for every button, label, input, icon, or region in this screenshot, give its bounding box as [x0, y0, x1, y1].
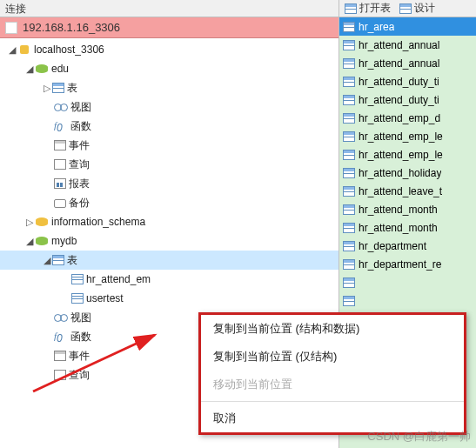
table-icon [343, 241, 355, 251]
table-list-row[interactable]: hr_department_re [339, 255, 476, 273]
table-name: hr_department_re [359, 258, 441, 271]
design-table-button[interactable]: 设计 [399, 1, 435, 16]
open-table-button[interactable]: 打开表 [345, 1, 391, 16]
table-name: hr_attend_emp_d [359, 112, 440, 124]
table-list-row[interactable] [339, 273, 476, 291]
tree-db-edu[interactable]: ◢ edu [0, 59, 339, 78]
table-name: hr_attend_annual [359, 39, 439, 51]
tables-icon [52, 255, 64, 265]
expand-icon[interactable]: ▷ [42, 83, 52, 94]
database-icon [35, 216, 49, 228]
expand-icon[interactable]: ▷ [24, 217, 35, 228]
tables-icon [52, 83, 64, 93]
connection-label: 192.168.1.16_3306 [23, 21, 120, 34]
table-icon [343, 22, 355, 32]
table-name: hr_attend_month [359, 204, 438, 216]
tree-tables[interactable]: ▷ 表 [0, 78, 339, 97]
table-list-row[interactable] [339, 291, 476, 310]
table-list-row[interactable]: hr_attend_month [339, 200, 476, 218]
tree-queries[interactable]: 查询 [0, 155, 339, 174]
table-list-row[interactable]: hr_attend_duty_ti [339, 90, 476, 109]
table-list-row[interactable]: hr_department [339, 237, 476, 255]
tree-mydb-tables[interactable]: ◢ 表 [0, 251, 339, 270]
table-list-row[interactable]: hr_attend_emp_le [339, 127, 476, 145]
collapse-icon[interactable]: ◢ [42, 255, 52, 266]
table-icon [343, 223, 355, 233]
table-icon [343, 113, 355, 124]
table-icon [345, 3, 357, 14]
server-icon [5, 22, 17, 34]
table-icon [343, 277, 355, 288]
table-list-row[interactable]: hr_attend_leave_t [339, 182, 476, 200]
table-name: hr_department [359, 240, 426, 252]
table-icon [343, 95, 355, 105]
table-name: hr_attend_duty_ti [359, 94, 439, 106]
context-menu: 复制到当前位置 (结构和数据) 复制到当前位置 (仅结构) 移动到当前位置 取消 [198, 312, 466, 435]
tree-table-item[interactable]: usertest [0, 289, 339, 308]
table-list-row[interactable]: hr_attend_annual [339, 36, 476, 54]
tree-db-infoschema[interactable]: ▷ information_schema [0, 212, 339, 231]
query-icon [54, 159, 66, 170]
table-name: hr_attend_annual [359, 57, 439, 70]
table-icon [399, 3, 412, 14]
table-list-row[interactable]: hr_attend_emp_le [339, 145, 476, 164]
tree-events[interactable]: 事件 [0, 136, 339, 155]
table-name: hr_area [359, 21, 394, 33]
tree-localhost[interactable]: ◢ localhost_3306 [0, 40, 339, 59]
table-icon [343, 150, 355, 160]
backup-icon [54, 197, 66, 208]
collapse-icon[interactable]: ◢ [24, 64, 35, 75]
server-icon [17, 43, 31, 56]
table-icon [343, 40, 355, 50]
table-name: hr_attend_emp_le [359, 130, 443, 143]
table-list-row[interactable]: hr_attend_annual [339, 54, 476, 72]
svg-line-0 [33, 335, 155, 391]
table-list-row[interactable]: hr_attend_emp_d [339, 109, 476, 127]
table-icon [343, 296, 355, 306]
views-icon [54, 313, 68, 322]
connections-tab[interactable]: 连接 [0, 0, 339, 17]
remote-connection-bar[interactable]: 192.168.1.16_3306 [0, 17, 339, 38]
table-list-row[interactable]: hr_attend_duty_ti [339, 72, 476, 90]
toolbar: 打开表 设计 [339, 0, 476, 17]
table-icon [343, 58, 355, 69]
table-list-row[interactable]: hr_area [339, 17, 476, 36]
table-name: hr_attend_emp_le [359, 149, 443, 161]
menu-copy-struct-data[interactable]: 复制到当前位置 (结构和数据) [201, 315, 464, 343]
watermark: CSDN @白鹿第一帅 [367, 429, 471, 445]
tree-functions[interactable]: f0 函数 [0, 117, 339, 136]
table-icon [343, 131, 355, 142]
views-icon [54, 103, 68, 111]
table-icon [71, 274, 84, 284]
table-icon [343, 204, 355, 215]
table-icon [71, 293, 84, 304]
table-icon [343, 259, 355, 270]
tree-views[interactable]: 视图 [0, 97, 339, 117]
function-icon: f0 [54, 120, 68, 132]
table-name: hr_attend_holiday [359, 167, 441, 179]
menu-separator [201, 401, 464, 402]
tree-reports[interactable]: 报表 [0, 174, 339, 193]
table-icon [343, 77, 355, 87]
table-name: hr_attend_leave_t [359, 185, 442, 197]
database-icon [35, 235, 49, 247]
database-icon [35, 63, 49, 75]
collapse-icon[interactable]: ◢ [24, 236, 35, 247]
table-list-row[interactable]: hr_attend_month [339, 218, 476, 237]
menu-copy-struct[interactable]: 复制到当前位置 (仅结构) [201, 343, 464, 371]
report-icon [54, 178, 66, 189]
event-icon [54, 140, 66, 150]
table-icon [343, 186, 355, 197]
tree-db-mydb[interactable]: ◢ mydb [0, 231, 339, 251]
table-name: hr_attend_duty_ti [359, 76, 439, 88]
collapse-icon[interactable]: ◢ [7, 44, 17, 56]
annotation-arrow [33, 331, 172, 403]
menu-move: 移动到当前位置 [201, 371, 464, 398]
tree-backup[interactable]: 备份 [0, 193, 339, 212]
tree-table-item[interactable]: hr_attend_em [0, 270, 339, 289]
table-icon [343, 168, 355, 178]
table-list-row[interactable]: hr_attend_holiday [339, 164, 476, 182]
table-name: hr_attend_month [359, 222, 438, 234]
